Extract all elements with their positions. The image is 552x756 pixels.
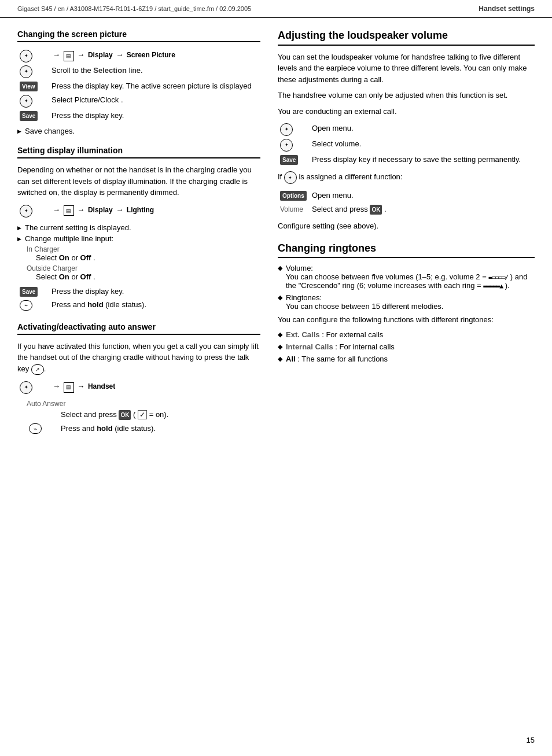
menu-icon: ▤ bbox=[64, 51, 74, 61]
ringtones-section: Changing ringtones Volume: You can choos… bbox=[278, 242, 535, 363]
loudspeaker-para2: The handsfree volume can only be adjuste… bbox=[278, 90, 535, 101]
equals-on: = on). bbox=[149, 410, 169, 419]
loudspeaker-title: Adjusting the loudspeaker volume bbox=[278, 29, 535, 46]
volume-bullet-label: Volume: bbox=[286, 264, 313, 272]
volume-period: . bbox=[384, 205, 387, 213]
save-text-2: Press the display key. bbox=[51, 287, 124, 296]
ringtones-bullet-content: Ringtones: You can choose between 15 dif… bbox=[286, 293, 443, 311]
internal-calls-label: Internal Calls bbox=[286, 342, 333, 351]
ringtones-label: Ringtones: bbox=[286, 293, 322, 302]
nav-icon-6: ✦ bbox=[280, 123, 293, 136]
in-charger-block: In Charger Select On or Off . bbox=[27, 245, 260, 262]
close-paren: ). bbox=[505, 281, 510, 290]
volume-select-text: Select and press bbox=[312, 205, 368, 213]
config-text: You can configure the following function… bbox=[278, 314, 535, 326]
nav-icon-1: ✦ bbox=[20, 50, 32, 62]
save-changes: Save changes. bbox=[17, 127, 260, 135]
ok-key-1: OK bbox=[119, 410, 131, 420]
header-section: Handset settings bbox=[479, 5, 535, 13]
auto-answer-nav: ✦ → ▤ → Handset bbox=[17, 379, 260, 395]
checkbox-icon: ✓ bbox=[138, 410, 147, 419]
save-key-2: Save bbox=[20, 287, 38, 297]
outside-charger-label: Outside Charger bbox=[27, 264, 260, 272]
change-input-text: Change multiple line input: bbox=[17, 234, 260, 243]
end-text-1: Press and hold (idle status). bbox=[51, 300, 146, 309]
nav-icon-8: ✦ bbox=[284, 171, 297, 184]
menu-icon-2: ▤ bbox=[64, 205, 74, 216]
nav-display: Display bbox=[88, 51, 113, 59]
volume-desc: You can choose between five volumes (1–5… bbox=[286, 272, 488, 281]
save-text-3: Press display key if necessary to save t… bbox=[312, 155, 521, 164]
ok-key-2: OK bbox=[370, 205, 382, 215]
end-text-2: Press and hold (idle status). bbox=[61, 424, 156, 433]
ringtones-bullet-block: Ringtones: You can choose between 15 dif… bbox=[278, 293, 535, 311]
auto-answer-title: Activating/deactivating auto answer bbox=[17, 322, 260, 335]
options-text: Open menu. bbox=[312, 191, 354, 200]
all-block: All : The same for all functions bbox=[278, 355, 535, 363]
step1-text: Scroll to the Selection line. bbox=[51, 66, 143, 75]
loudspeaker-para3: You are conducting an external call. bbox=[278, 106, 535, 117]
page: Gigaset S45 / en / A31008-M1754-R101-1-6… bbox=[0, 0, 552, 756]
step2-text: Press the display key. The active screen… bbox=[51, 82, 252, 90]
nav-icon-3: ✦ bbox=[20, 95, 32, 108]
internal-calls-block: Internal Calls : For internal calls bbox=[278, 342, 535, 351]
auto-answer-label-block: Auto Answer Select and press OK ( ✓ = on… bbox=[27, 400, 260, 435]
vol-bar-2: ▬▬▬▬▬▲ bbox=[483, 282, 503, 290]
ext-calls-block: Ext. Calls : For external calls bbox=[278, 330, 535, 339]
open-menu-text: Open menu. bbox=[312, 124, 354, 132]
ext-calls-text: : For external calls bbox=[322, 330, 383, 339]
left-column: Changing the screen picture ✦ → ▤ → Disp… bbox=[17, 29, 260, 440]
all-text: : The same for all functions bbox=[297, 355, 388, 363]
auto-answer-para: If you have activated this function, whe… bbox=[17, 341, 260, 375]
screen-picture-title: Changing the screen picture bbox=[17, 29, 260, 42]
screen-picture-nav: ✦ → ▤ → Display → Screen Picture ✦ bbox=[17, 48, 260, 122]
check-text: ( bbox=[133, 410, 135, 419]
display-save-table: Save Press the display key. ⌁ Press and … bbox=[17, 285, 260, 312]
auto-answer-label: Auto Answer bbox=[27, 400, 260, 408]
step4-text: Press the display key. bbox=[51, 111, 124, 120]
arrow-1: → bbox=[53, 50, 60, 59]
arrow-3: → bbox=[116, 50, 123, 59]
ext-calls-label: Ext. Calls bbox=[286, 330, 320, 339]
arrow-2: → bbox=[77, 50, 84, 59]
end-call-icon-2: ⌁ bbox=[29, 423, 42, 434]
ext-calls-content: Ext. Calls : For external calls bbox=[286, 330, 383, 339]
ringtones-desc: You can choose between 15 different melo… bbox=[286, 302, 443, 311]
nav-icon-4: ✦ bbox=[20, 205, 32, 217]
save-key-1: Save bbox=[20, 111, 38, 121]
page-number: 15 bbox=[527, 736, 535, 744]
volume-bullet-block: Volume: You can choose between five volu… bbox=[278, 264, 535, 290]
all-content: All : The same for all functions bbox=[286, 355, 388, 363]
volume-bullet-content: Volume: You can choose between five volu… bbox=[286, 264, 535, 290]
right-column: Adjusting the loudspeaker volume You can… bbox=[278, 29, 535, 440]
internal-calls-text: : For internal calls bbox=[335, 342, 395, 351]
loudspeaker-para1: You can set the loudspeaker volume for h… bbox=[278, 51, 535, 86]
nav-icon-2: ✦ bbox=[20, 65, 32, 78]
main-content: Changing the screen picture ✦ → ▤ → Disp… bbox=[0, 18, 552, 451]
outside-charger-text: Select On or Off . bbox=[36, 272, 260, 281]
screen-picture-section: Changing the screen picture ✦ → ▤ → Disp… bbox=[17, 29, 260, 135]
loudspeaker-section: Adjusting the loudspeaker volume You can… bbox=[278, 29, 535, 232]
current-setting-text: The current setting is displayed. bbox=[17, 223, 260, 232]
talk-key-icon: ↗ bbox=[31, 364, 44, 375]
auto-answer-steps: Select and press OK ( ✓ = on). ⌁ bbox=[27, 408, 260, 435]
display-illumination-title: Setting display illumination bbox=[17, 146, 260, 158]
header-path: Gigaset S45 / en / A31008-M1754-R101-1-6… bbox=[17, 5, 251, 12]
view-key: View bbox=[20, 82, 38, 91]
internal-calls-content: Internal Calls : For internal calls bbox=[286, 342, 395, 351]
volume-label: Volume bbox=[280, 205, 303, 213]
menu-icon-3: ▤ bbox=[64, 382, 74, 393]
select-volume-text: Select volume. bbox=[312, 139, 361, 148]
step3-text: Select Picture/Clock . bbox=[51, 95, 123, 104]
auto-answer-section: Activating/deactivating auto answer If y… bbox=[17, 322, 260, 436]
display-illumination-section: Setting display illumination Depending o… bbox=[17, 146, 260, 312]
in-charger-label: In Charger bbox=[27, 245, 260, 253]
save-key-3: Save bbox=[280, 155, 298, 165]
display-illumination-para: Depending on whether or not the handset … bbox=[17, 164, 260, 198]
nav-icon-5: ✦ bbox=[20, 381, 32, 394]
ringtones-title: Changing ringtones bbox=[278, 242, 535, 259]
loudspeaker-options: Options Open menu. Volume Select and pre… bbox=[278, 189, 535, 216]
nav-icon-7: ✦ bbox=[280, 139, 293, 152]
select-press-text: Select and press bbox=[61, 410, 119, 419]
end-call-icon-1: ⌁ bbox=[20, 300, 32, 311]
